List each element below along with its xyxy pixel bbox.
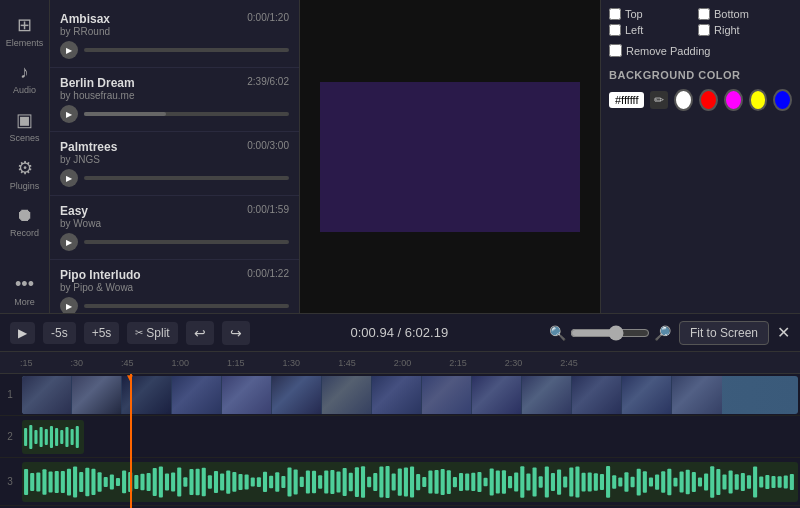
video-track[interactable] <box>22 376 798 414</box>
svg-rect-64 <box>349 473 353 491</box>
audio-progress-fill-1 <box>84 112 166 116</box>
sidebar-item-plugins[interactable]: ⚙ Plugins <box>0 151 49 197</box>
sidebar-item-audio[interactable]: ♪ Audio <box>0 56 49 101</box>
svg-rect-41 <box>208 475 212 489</box>
preview-area <box>300 0 600 313</box>
track-2-number: 2 <box>0 431 20 442</box>
audio-play-2[interactable]: ▶ <box>60 169 78 187</box>
svg-rect-100 <box>569 468 573 497</box>
svg-rect-70 <box>385 466 389 498</box>
svg-rect-52 <box>275 472 279 492</box>
audio-play-0[interactable]: ▶ <box>60 41 78 59</box>
svg-rect-19 <box>73 466 77 497</box>
close-button[interactable]: ✕ <box>777 323 790 342</box>
color-white[interactable] <box>674 89 693 111</box>
video-thumb-8 <box>372 376 422 414</box>
remove-padding-checkbox[interactable] <box>609 44 622 57</box>
svg-rect-113 <box>649 477 653 486</box>
svg-rect-84 <box>471 473 475 491</box>
app-container: ⊞ Elements ♪ Audio ▣ Scenes ⚙ Plugins ⏺ … <box>0 0 800 508</box>
video-thumb-2 <box>72 376 122 414</box>
right-checkbox[interactable] <box>698 24 710 36</box>
svg-rect-68 <box>373 473 377 491</box>
svg-rect-91 <box>514 472 518 491</box>
play-pause-button[interactable]: ▶ <box>10 322 35 344</box>
svg-rect-131 <box>759 476 763 487</box>
sidebar-label-elements: Elements <box>6 38 44 48</box>
sidebar-item-more[interactable]: ••• More <box>0 268 49 313</box>
eyedropper-button[interactable]: ✏ <box>650 91 668 109</box>
color-yellow[interactable] <box>749 89 768 111</box>
remove-padding-row: Remove Padding <box>609 44 792 57</box>
svg-rect-124 <box>716 469 720 495</box>
right-panel: Top Bottom Left Right Remove Padding <box>600 0 800 313</box>
playhead[interactable] <box>130 374 132 508</box>
svg-rect-58 <box>312 471 316 493</box>
audio-play-1[interactable]: ▶ <box>60 105 78 123</box>
audio-author-4: by Pipo & Wowa <box>60 282 289 293</box>
bottom-checkbox[interactable] <box>698 8 710 20</box>
svg-rect-134 <box>778 476 782 488</box>
color-magenta[interactable] <box>724 89 743 111</box>
audio-controls-4: ▶ <box>60 297 289 313</box>
zoom-in-icon[interactable]: 🔎 <box>654 325 671 341</box>
svg-rect-29 <box>134 475 138 489</box>
audio-item-4[interactable]: Pipo Interludo 0:00/1:22 by Pipo & Wowa … <box>50 260 299 313</box>
svg-rect-115 <box>661 471 665 493</box>
svg-rect-95 <box>539 476 543 488</box>
redo-button[interactable]: ↪ <box>222 321 250 345</box>
svg-rect-44 <box>226 470 230 493</box>
color-blue[interactable] <box>773 89 792 111</box>
svg-rect-106 <box>606 466 610 498</box>
audio-item-2[interactable]: Palmtrees 0:00/3:00 by JNGS ▶ <box>50 132 299 196</box>
audio-item-1[interactable]: Berlin Dream 2:39/6:02 by housefrau.me ▶ <box>50 68 299 132</box>
svg-rect-72 <box>398 468 402 495</box>
svg-rect-133 <box>771 476 775 488</box>
svg-rect-27 <box>122 471 126 494</box>
audio-progress-2 <box>84 176 289 180</box>
sidebar-item-elements[interactable]: ⊞ Elements <box>0 8 49 54</box>
undo-icon: ↩ <box>194 325 206 341</box>
ruler-mark-8: 2:15 <box>449 358 467 368</box>
svg-rect-20 <box>79 472 83 492</box>
rewind-button[interactable]: -5s <box>43 322 76 344</box>
audio-progress-0 <box>84 48 289 52</box>
sidebar-item-scenes[interactable]: ▣ Scenes <box>0 103 49 149</box>
left-checkbox[interactable] <box>609 24 621 36</box>
fit-to-screen-button[interactable]: Fit to Screen <box>679 321 769 345</box>
svg-rect-110 <box>631 477 635 487</box>
audio-play-3[interactable]: ▶ <box>60 233 78 251</box>
svg-rect-49 <box>257 477 261 487</box>
audio-track-2[interactable] <box>22 420 84 454</box>
forward-button[interactable]: +5s <box>84 322 120 344</box>
split-button[interactable]: ✂ Split <box>127 322 177 344</box>
audio-play-4[interactable]: ▶ <box>60 297 78 313</box>
bottom-checkbox-row: Bottom <box>698 8 783 20</box>
left-label: Left <box>625 24 643 36</box>
video-thumb-12 <box>572 376 622 414</box>
more-icon: ••• <box>15 274 34 295</box>
top-checkbox[interactable] <box>609 8 621 20</box>
redo-icon: ↪ <box>230 325 242 341</box>
audio-item-3[interactable]: Easy 0:00/1:59 by Wowa ▶ <box>50 196 299 260</box>
undo-button[interactable]: ↩ <box>186 321 214 345</box>
audio-title-1: Berlin Dream <box>60 76 135 90</box>
svg-rect-54 <box>287 468 291 497</box>
zoom-slider[interactable] <box>570 325 650 341</box>
audio-track-3[interactable] <box>22 462 798 502</box>
svg-rect-89 <box>502 470 506 494</box>
svg-rect-17 <box>61 471 65 493</box>
ruler-mark-4: 1:15 <box>227 358 245 368</box>
sidebar-item-record[interactable]: ⏺ Record <box>0 199 49 244</box>
svg-rect-4 <box>45 429 48 445</box>
color-red[interactable] <box>699 89 718 111</box>
svg-rect-24 <box>104 477 108 487</box>
top-checkbox-row: Top <box>609 8 694 20</box>
svg-rect-78 <box>435 470 439 494</box>
audio-item-0[interactable]: Ambisax 0:00/1:20 by RRound ▶ <box>50 4 299 68</box>
waveform-2 <box>22 420 84 454</box>
audio-author-0: by RRound <box>60 26 289 37</box>
svg-rect-88 <box>496 471 500 494</box>
zoom-out-icon[interactable]: 🔍 <box>549 325 566 341</box>
svg-rect-135 <box>784 476 788 489</box>
